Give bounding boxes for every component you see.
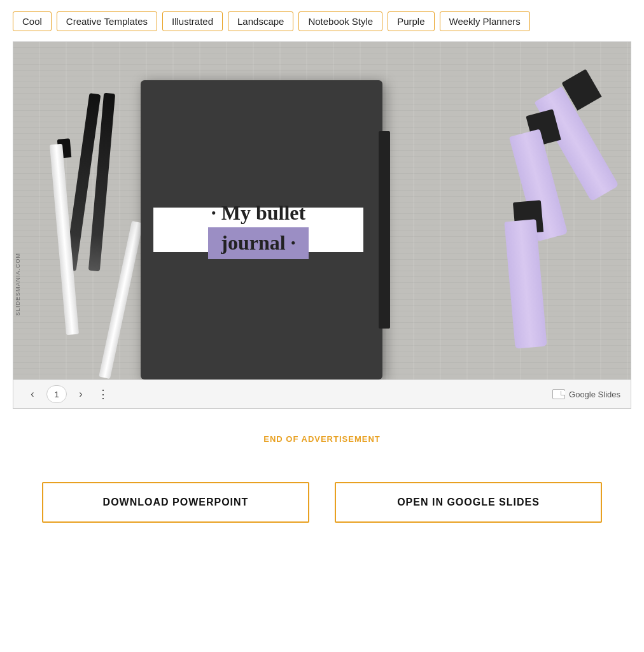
more-options-button[interactable]: ⋮ xyxy=(95,387,111,401)
slide-background: · My bullet journal · SLIDESMANIA.COM xyxy=(13,42,631,379)
slide-image: · My bullet journal · SLIDESMANIA.COM xyxy=(13,42,631,379)
tag-illustrated[interactable]: Illustrated xyxy=(162,11,223,31)
notebook-strap xyxy=(379,131,390,329)
next-slide-button[interactable]: › xyxy=(72,385,90,403)
google-slides-icon xyxy=(552,389,565,399)
google-slides-badge: Google Slides xyxy=(552,389,620,399)
tag-landscape[interactable]: Landscape xyxy=(228,11,293,31)
tag-purple[interactable]: Purple xyxy=(388,11,434,31)
journal-line1: · My bullet xyxy=(211,201,305,225)
page-number: 1 xyxy=(46,385,67,403)
tag-notebook-style[interactable]: Notebook Style xyxy=(298,11,382,31)
tags-row: CoolCreative TemplatesIllustratedLandsca… xyxy=(0,0,644,41)
download-powerpoint-button[interactable]: DOWNLOAD POWERPOINT xyxy=(42,482,309,523)
slide-container: · My bullet journal · SLIDESMANIA.COM ‹ … xyxy=(13,41,631,409)
pen-white-2 xyxy=(99,221,143,379)
tag-cool[interactable]: Cool xyxy=(13,11,52,31)
tag-creative-templates[interactable]: Creative Templates xyxy=(57,11,157,31)
open-google-slides-button[interactable]: OPEN IN GOOGLE SLIDES xyxy=(335,482,602,523)
slide-controls: ‹ 1 › ⋮ Google Slides xyxy=(13,379,631,408)
ad-end-text: END OF ADVERTISEMENT xyxy=(263,434,380,444)
journal-line2: journal · xyxy=(208,227,308,259)
watermark: SLIDESMANIA.COM xyxy=(15,253,21,316)
notebook-label: · My bullet journal · xyxy=(153,208,363,252)
google-slides-label: Google Slides xyxy=(569,390,620,399)
action-buttons: DOWNLOAD POWERPOINT OPEN IN GOOGLE SLIDE… xyxy=(0,463,644,548)
ad-end-label: END OF ADVERTISEMENT xyxy=(0,409,644,463)
prev-slide-button[interactable]: ‹ xyxy=(24,385,41,403)
notebook: · My bullet journal · xyxy=(141,80,382,379)
tag-weekly-planners[interactable]: Weekly Planners xyxy=(440,11,530,31)
